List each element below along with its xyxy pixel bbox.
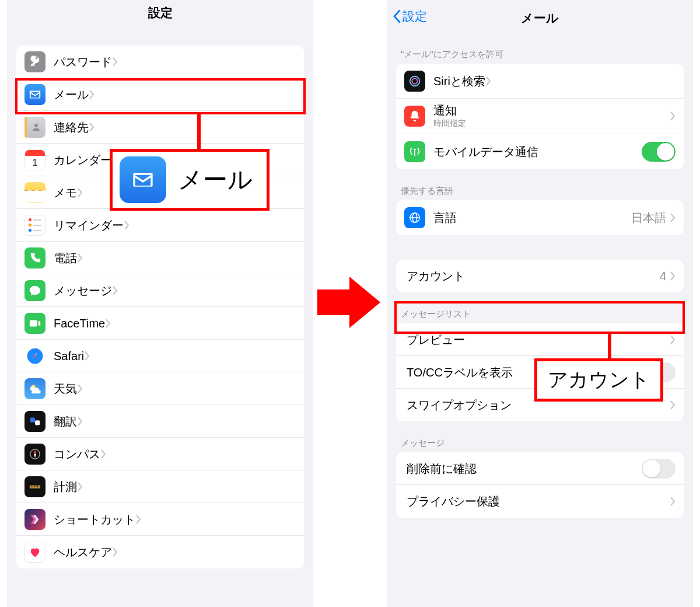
reminders-icon [24, 215, 46, 236]
row-label: プライバシー保護 [407, 494, 500, 508]
chevron-right-icon [670, 335, 676, 344]
antenna-icon [404, 141, 425, 162]
row-label: Safari [54, 349, 84, 363]
row-phone[interactable]: 電話 [16, 242, 304, 274]
chevron-right-icon [89, 123, 94, 132]
row-label: 通知 [433, 103, 670, 117]
callout-mail: メール [110, 149, 270, 211]
row-accounts[interactable]: アカウント 4 [396, 260, 684, 292]
chevron-right-icon [670, 400, 676, 410]
row-passwords[interactable]: パスワード [16, 46, 304, 78]
connector-mail [197, 114, 201, 152]
row-cellular[interactable]: モバイルデータ通信 [396, 134, 684, 169]
callout-mail-text: メール [178, 163, 253, 196]
row-label: 計測 [54, 480, 77, 494]
chevron-right-icon [485, 76, 491, 86]
chevron-left-icon [393, 10, 401, 23]
row-label: TO/CCラベルを表示 [407, 365, 513, 379]
row-compass[interactable]: コンパス [16, 438, 304, 470]
siri-icon [404, 71, 425, 92]
svg-rect-5 [30, 417, 35, 422]
chevron-right-icon [77, 188, 83, 197]
svg-point-0 [34, 124, 38, 127]
nav-bar-right: 設定 メール [387, 0, 693, 33]
row-sublabel: 時間指定 [433, 118, 670, 129]
nav-title-right: メール [521, 10, 559, 26]
highlight-account-row [394, 301, 685, 334]
row-label: 言語 [433, 211, 457, 225]
highlight-mail-row [15, 78, 306, 114]
facetime-icon [24, 313, 46, 334]
back-label: 設定 [402, 8, 427, 25]
row-weather[interactable]: 天気 [16, 372, 304, 405]
chevron-right-icon [135, 515, 141, 524]
row-facetime[interactable]: FaceTime [16, 307, 304, 340]
row-label: FaceTime [54, 316, 105, 330]
chevron-right-icon [105, 319, 111, 328]
row-contacts[interactable]: 連絡先 [16, 111, 304, 144]
row-health[interactable]: ヘルスケア [16, 536, 304, 568]
row-privacy[interactable]: プライバシー保護 [396, 485, 684, 518]
row-notifications[interactable]: 通知 時間指定 [396, 99, 684, 134]
messages-icon [24, 280, 46, 301]
mail-settings-list: "メール"にアクセスを許可 Siriと検索 通知 時間指定 [387, 49, 693, 518]
shortcuts-icon [24, 509, 46, 530]
weather-icon [24, 378, 46, 399]
section-header-access: "メール"にアクセスを許可 [396, 49, 684, 64]
nav-title-left: 設定 [148, 5, 173, 21]
row-safari[interactable]: Safari [16, 340, 304, 372]
chevron-right-icon [670, 497, 676, 506]
row-value: 4 [660, 270, 666, 283]
row-language[interactable]: 言語 日本語 [396, 200, 684, 235]
row-label: Siriと検索 [433, 74, 485, 88]
contacts-icon [24, 117, 46, 138]
notes-icon [24, 182, 46, 203]
chevron-right-icon [84, 351, 90, 361]
svg-rect-6 [35, 420, 40, 425]
row-label: スワイプオプション [407, 398, 512, 412]
chevron-right-icon [77, 417, 83, 426]
row-label: 翻訳 [54, 414, 77, 428]
phone-icon [24, 247, 46, 268]
row-label: 電話 [54, 251, 77, 265]
row-label: ヘルスケア [54, 545, 112, 559]
arrow-right-icon [317, 273, 382, 332]
row-label: メッセージ [54, 284, 112, 298]
row-shortcuts[interactable]: ショートカット [16, 503, 304, 536]
back-button[interactable]: 設定 [393, 0, 427, 33]
callout-account: アカウント [534, 358, 663, 402]
group-account: アカウント 4 [396, 260, 684, 292]
globe-icon [404, 207, 425, 228]
chevron-right-icon [112, 57, 118, 67]
chevron-right-icon [670, 111, 676, 121]
health-icon [24, 542, 46, 563]
row-measure[interactable]: 計測 [16, 470, 304, 503]
row-label: パスワード [54, 55, 112, 69]
row-confirm-delete[interactable]: 削除前に確認 [396, 452, 684, 485]
svg-marker-9 [34, 450, 36, 453]
section-header-language: 優先する言語 [396, 186, 684, 200]
row-label: 連絡先 [54, 120, 89, 134]
row-messages[interactable]: メッセージ [16, 274, 304, 307]
callout-account-text: アカウント [548, 367, 650, 393]
settings-group: パスワード メール [16, 46, 304, 568]
row-value: 日本語 [631, 210, 666, 226]
chevron-right-icon [77, 482, 83, 491]
row-reminders[interactable]: リマインダー [16, 209, 304, 242]
chevron-right-icon [100, 449, 106, 459]
section-header-msg: メッセージ [396, 438, 684, 452]
measure-icon [24, 476, 46, 497]
group-access: Siriと検索 通知 時間指定 モバイルデータ通信 [396, 64, 684, 169]
svg-marker-21 [317, 277, 380, 328]
row-siri[interactable]: Siriと検索 [396, 64, 684, 99]
row-translate[interactable]: 翻訳 [16, 405, 304, 438]
connector-account [608, 334, 611, 361]
row-label: メモ [54, 186, 77, 200]
chevron-right-icon [112, 286, 118, 295]
svg-point-16 [410, 76, 420, 86]
mail-icon-large [120, 156, 166, 203]
cellular-toggle[interactable] [642, 142, 676, 162]
key-icon [24, 51, 46, 72]
row-label: プレビュー [407, 333, 465, 347]
confirm-toggle[interactable] [642, 459, 676, 479]
